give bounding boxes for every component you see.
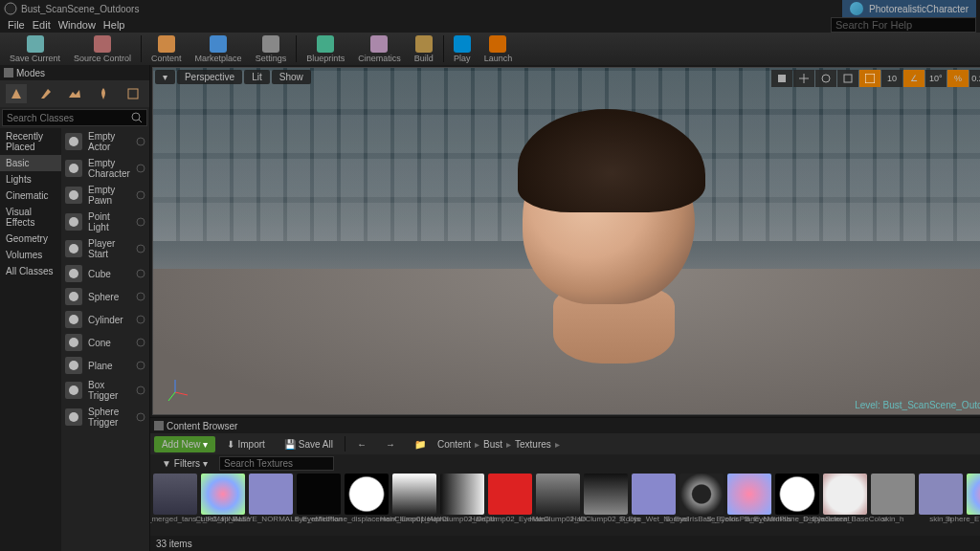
category-volumes[interactable]: Volumes xyxy=(0,247,61,263)
asset-item[interactable]: Sphere_EYE_NORMALS xyxy=(966,474,980,534)
actor-empty-pawn[interactable]: Empty Pawn xyxy=(61,182,149,209)
toolbar-source-control[interactable]: Source Control xyxy=(68,34,137,64)
viewport[interactable]: ▾ Perspective Lit Show 10 ∠ 10° % 0.25 📷… xyxy=(152,67,980,415)
refresh-icon xyxy=(136,412,145,422)
rotate-tool-icon[interactable] xyxy=(815,70,836,87)
bc-bust[interactable]: Bust xyxy=(483,439,502,450)
svg-rect-1 xyxy=(4,68,13,77)
asset-item[interactable]: CH2_exp04_merged_tans_t_FC_FINAL xyxy=(152,474,198,534)
scale-snap-value[interactable]: 0.25 xyxy=(969,70,980,87)
forward-button[interactable]: → xyxy=(378,436,403,452)
translate-tool-icon[interactable] xyxy=(793,70,814,87)
project-badge[interactable]: PhotorealisticCharacter xyxy=(842,0,976,17)
category-recently-placed[interactable]: Recently Placed xyxy=(0,128,61,155)
landscape-mode-icon[interactable] xyxy=(64,84,85,103)
actor-empty-actor[interactable]: Empty Actor xyxy=(61,128,149,155)
grid-snap-value[interactable]: 10 xyxy=(881,70,902,87)
svg-point-29 xyxy=(137,413,145,421)
category-lights[interactable]: Lights xyxy=(0,171,61,187)
menu-help[interactable]: Help xyxy=(103,19,125,31)
select-tool-icon[interactable] xyxy=(771,70,792,87)
import-button[interactable]: ⬇ Import xyxy=(219,436,272,452)
actor-sphere[interactable]: Sphere xyxy=(61,285,149,308)
actor-sphere-trigger[interactable]: Sphere Trigger xyxy=(61,404,149,430)
refresh-icon xyxy=(136,386,145,395)
svg-point-28 xyxy=(69,412,78,422)
actor-player-start[interactable]: Player Start xyxy=(61,235,149,262)
perspective-button[interactable]: Perspective xyxy=(177,70,242,84)
asset-item[interactable]: HairClump02_EyeMask xyxy=(487,474,533,534)
refresh-icon xyxy=(136,164,145,173)
foliage-mode-icon[interactable] xyxy=(93,84,114,103)
toolbar-cinematics[interactable]: Cinematics xyxy=(352,34,407,64)
geometry-mode-icon[interactable] xyxy=(122,84,144,103)
bc-content[interactable]: Content xyxy=(437,439,471,450)
asset-item[interactable]: S_EyeSclera_BaseColor xyxy=(822,474,868,534)
content-browser-header: Content Browser xyxy=(150,418,980,433)
viewport-scene xyxy=(153,68,980,414)
category-visual-effects[interactable]: Visual Effects xyxy=(0,204,61,231)
svg-point-12 xyxy=(69,217,78,227)
category-basic[interactable]: Basic xyxy=(0,155,61,171)
refresh-icon xyxy=(136,315,145,324)
folder-icon[interactable]: 📁 xyxy=(407,436,434,452)
svg-point-6 xyxy=(69,137,78,146)
search-classes[interactable] xyxy=(2,109,147,126)
actor-box-trigger[interactable]: Box Trigger xyxy=(61,377,149,404)
toolbar-content[interactable]: Content xyxy=(145,34,188,64)
paint-mode-icon[interactable] xyxy=(35,84,56,103)
refresh-icon xyxy=(136,269,145,278)
actor-plane[interactable]: Plane xyxy=(61,354,149,377)
svg-rect-3 xyxy=(128,89,138,99)
main-toolbar: Save CurrentSource ControlContentMarketp… xyxy=(0,33,980,65)
toolbar-save-current[interactable]: Save Current xyxy=(4,34,66,64)
menu-window[interactable]: Window xyxy=(58,19,96,31)
scale-tool-icon[interactable] xyxy=(837,70,858,87)
angle-snap-value[interactable]: 10° xyxy=(925,70,947,87)
back-button[interactable]: ← xyxy=(349,436,374,452)
place-mode-icon[interactable] xyxy=(6,84,27,103)
svg-line-5 xyxy=(139,120,142,122)
menu-edit[interactable]: Edit xyxy=(33,19,51,31)
toolbar-play[interactable]: Play xyxy=(448,34,477,64)
actor-point-light[interactable]: Point Light xyxy=(61,209,149,235)
svg-point-15 xyxy=(137,245,145,253)
toolbar-settings[interactable]: Settings xyxy=(250,34,293,64)
search-help-input[interactable]: Search For Help xyxy=(831,17,976,33)
viewport-menu-button[interactable]: ▾ xyxy=(155,70,175,84)
cb-search-input[interactable] xyxy=(219,456,334,471)
search-classes-input[interactable] xyxy=(7,113,131,123)
actor-cone[interactable]: Cone xyxy=(61,331,149,354)
lit-button[interactable]: Lit xyxy=(244,70,270,84)
cb-asset-grid: CH2_exp04_merged_tans_t_FC_FINALCubeMap_… xyxy=(150,472,980,536)
asset-thumbnail xyxy=(967,474,980,515)
category-geometry[interactable]: Geometry xyxy=(0,231,61,247)
asset-thumbnail xyxy=(153,474,197,515)
filters-button[interactable]: ▼ Filters ▾ xyxy=(154,455,215,472)
angle-snap-toggle[interactable]: ∠ xyxy=(903,70,924,87)
category-cinematic[interactable]: Cinematic xyxy=(0,187,61,204)
save-all-button[interactable]: 💾 Save All xyxy=(277,436,341,452)
add-new-button[interactable]: Add New ▾ xyxy=(154,436,216,452)
asset-thumbnail xyxy=(775,474,819,515)
category-all-classes[interactable]: All Classes xyxy=(0,263,61,279)
show-button[interactable]: Show xyxy=(272,70,311,84)
toolbar-blueprints[interactable]: Blueprints xyxy=(301,34,350,64)
cb-toolbar: Add New ▾ ⬇ Import 💾 Save All ← → 📁 Cont… xyxy=(150,433,980,454)
asset-item[interactable]: EYE_NORMALS xyxy=(248,474,294,534)
breadcrumb: Content▸ Bust▸ Textures▸ xyxy=(437,439,560,450)
toolbar-build[interactable]: Build xyxy=(409,34,439,64)
toolbar-marketplace[interactable]: Marketplace xyxy=(189,34,248,64)
actor-empty-character[interactable]: Empty Character xyxy=(61,155,149,182)
menu-file[interactable]: File xyxy=(8,19,25,31)
bulb-icon xyxy=(65,213,82,231)
bc-textures[interactable]: Textures xyxy=(515,439,551,450)
toolbar-launch[interactable]: Launch xyxy=(479,34,519,64)
scale-snap-toggle[interactable]: % xyxy=(947,70,969,87)
actor-cube[interactable]: Cube xyxy=(61,262,149,285)
actor-cylinder[interactable]: Cylinder xyxy=(61,308,149,331)
asset-item[interactable]: skin_h xyxy=(870,474,916,534)
asset-item[interactable]: CubeMap_Base xyxy=(200,474,246,534)
svg-point-17 xyxy=(137,270,145,277)
grid-snap-toggle[interactable] xyxy=(859,70,880,87)
